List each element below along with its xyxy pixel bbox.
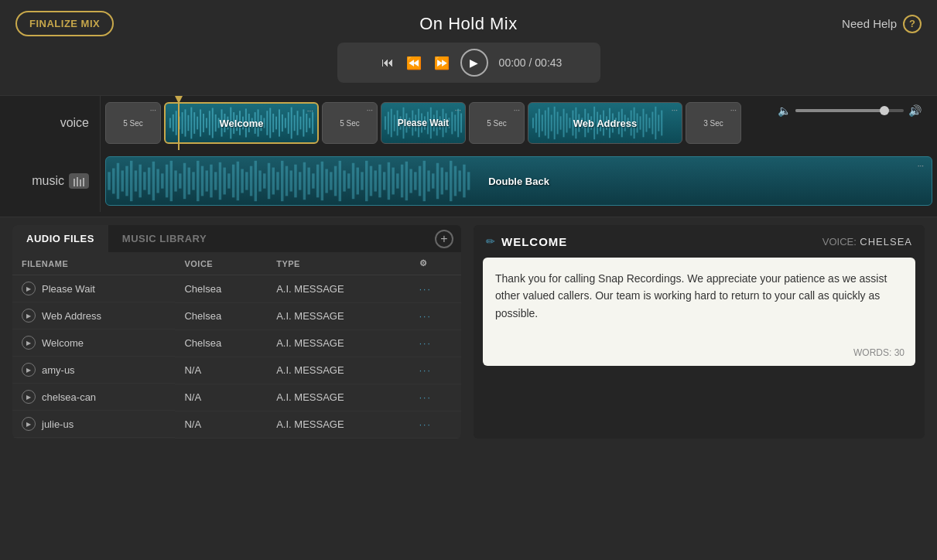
clip-5sec-3[interactable]: ··· 5 Sec: [469, 102, 525, 144]
audio-files-panel: AUDIO FILES MUSIC LIBRARY + FILENAME VOI…: [12, 225, 461, 439]
voice-label-text: voice: [60, 116, 89, 130]
svg-rect-71: [454, 114, 456, 131]
svg-rect-86: [569, 118, 570, 128]
table-row: ▶ chelsea-can N/A A.I. MESSAGE ···: [12, 384, 461, 411]
music-clip-double-back[interactable]: ··· Double Back: [105, 156, 932, 206]
file-name: chelsea-can: [42, 391, 96, 403]
clip-menu-5[interactable]: ···: [514, 106, 520, 114]
tab-music-library[interactable]: MUSIC LIBRARY: [108, 225, 221, 252]
play-file-button[interactable]: ▶: [22, 336, 36, 350]
play-file-button[interactable]: ▶: [22, 363, 36, 377]
help-area[interactable]: Need Help ?: [842, 15, 922, 33]
clip-menu-3[interactable]: ···: [367, 106, 373, 114]
svg-rect-152: [245, 172, 248, 190]
voice-name: CHELSEA: [860, 236, 912, 248]
file-name: amy-us: [42, 364, 75, 376]
svg-rect-193: [427, 170, 429, 191]
file-dots-menu[interactable]: ···: [419, 311, 432, 322]
svg-rect-153: [250, 166, 252, 196]
svg-rect-5: [185, 109, 186, 136]
file-voice: N/A: [175, 384, 267, 411]
clip-menu-1[interactable]: ···: [150, 106, 156, 114]
svg-rect-130: [148, 168, 150, 195]
svg-rect-116: [661, 111, 662, 136]
play-file-button[interactable]: ▶: [22, 390, 36, 404]
file-dots-menu[interactable]: ···: [419, 419, 432, 430]
tab-audio-files[interactable]: AUDIO FILES: [12, 225, 108, 252]
file-type: A.I. MESSAGE: [267, 357, 410, 384]
svg-rect-188: [405, 162, 408, 200]
svg-rect-181: [374, 170, 376, 191]
file-dots-menu[interactable]: ···: [419, 365, 432, 376]
bottom-area: AUDIO FILES MUSIC LIBRARY + FILENAME VOI…: [0, 225, 937, 439]
svg-rect-200: [458, 170, 460, 191]
finalize-mix-button[interactable]: FINALIZE MIX: [15, 11, 114, 36]
svg-rect-156: [263, 173, 265, 188]
file-name: Web Address: [42, 310, 101, 322]
svg-rect-79: [548, 108, 549, 138]
svg-rect-186: [396, 173, 398, 188]
svg-rect-115: [658, 114, 659, 131]
svg-rect-162: [289, 170, 292, 191]
svg-rect-140: [192, 172, 194, 190]
svg-rect-85: [566, 113, 568, 132]
svg-rect-125: [125, 166, 128, 196]
file-options[interactable]: ···: [410, 411, 461, 438]
edit-icon[interactable]: ✏: [486, 235, 495, 248]
music-eq-icon: [69, 173, 89, 189]
svg-rect-172: [334, 166, 337, 196]
svg-rect-151: [241, 169, 243, 193]
voice-label: VOICE:: [822, 236, 857, 248]
play-button[interactable]: ▶: [460, 49, 488, 77]
transport-bar: ⏮ ⏪ ⏩ ▶ 00:00 / 00:43: [337, 43, 600, 83]
file-dots-menu[interactable]: ···: [419, 338, 432, 349]
svg-rect-121: [108, 172, 110, 190]
svg-rect-182: [378, 165, 381, 198]
file-options[interactable]: ···: [410, 384, 461, 411]
audio-file-table: FILENAME VOICE TYPE ⚙ ▶ Please Wait Chel…: [12, 252, 461, 439]
svg-rect-147: [223, 168, 225, 195]
clip-web-address[interactable]: ··· Web Address: [528, 102, 682, 144]
svg-rect-0: [169, 118, 171, 128]
svg-rect-75: [535, 113, 537, 132]
file-options[interactable]: ···: [410, 275, 461, 303]
svg-rect-33: [269, 108, 271, 138]
clip-5sec-2[interactable]: ··· 5 Sec: [322, 102, 378, 144]
svg-rect-112: [648, 118, 650, 128]
rewind-button[interactable]: ⏪: [400, 53, 428, 73]
svg-rect-43: [299, 117, 301, 130]
voice-info: VOICE: CHELSEA: [822, 234, 912, 248]
table-row: ▶ Welcome Chelsea A.I. MESSAGE ···: [12, 330, 461, 357]
svg-rect-129: [143, 172, 145, 190]
add-file-button[interactable]: +: [435, 230, 453, 248]
file-type: A.I. MESSAGE: [267, 330, 410, 357]
file-dots-menu[interactable]: ···: [419, 392, 432, 403]
svg-rect-132: [156, 169, 159, 193]
help-icon[interactable]: ?: [903, 15, 922, 33]
clip-3sec[interactable]: ··· 3 Sec: [686, 102, 741, 144]
skip-back-button[interactable]: ⏮: [375, 53, 400, 73]
svg-rect-165: [303, 162, 306, 200]
clip-welcome[interactable]: ··· Welcome: [164, 102, 319, 144]
clip-5sec-1[interactable]: ··· 5 Sec: [105, 102, 161, 144]
svg-rect-72: [457, 109, 459, 138]
play-file-button[interactable]: ▶: [22, 309, 36, 323]
svg-rect-154: [255, 161, 257, 201]
file-dots-menu[interactable]: ···: [419, 284, 432, 295]
col-settings[interactable]: ⚙: [410, 252, 461, 275]
play-file-button[interactable]: ▶: [22, 417, 36, 431]
voice-track-content: ··· 5 Sec ··· Welcome ··· 5 Sec ···: [101, 96, 937, 150]
file-options[interactable]: ···: [410, 357, 461, 384]
svg-rect-192: [423, 161, 426, 201]
help-text: Need Help: [842, 17, 897, 30]
clip-please-wait[interactable]: ··· Please Wait: [381, 102, 466, 144]
svg-rect-39: [288, 112, 289, 134]
clip-menu-7[interactable]: ···: [730, 106, 737, 114]
file-options[interactable]: ···: [410, 330, 461, 357]
music-label-text: music: [32, 174, 64, 188]
play-file-button[interactable]: ▶: [22, 282, 36, 295]
svg-rect-76: [539, 109, 540, 138]
fast-forward-button[interactable]: ⏩: [428, 53, 456, 73]
file-options[interactable]: ···: [410, 302, 461, 330]
svg-rect-9: [197, 117, 198, 130]
